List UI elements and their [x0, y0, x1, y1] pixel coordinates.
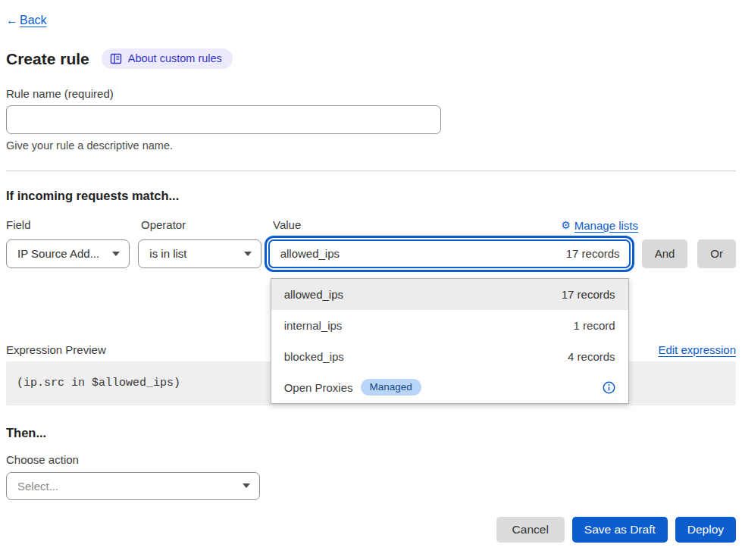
field-label: Field: [6, 218, 141, 232]
value-select-wrap: allowed_ips 17 records allowed_ips 17 re…: [268, 239, 631, 268]
operator-select[interactable]: is in list: [138, 239, 261, 268]
action-select[interactable]: Select...: [6, 472, 260, 500]
list-item-allowed-ips[interactable]: allowed_ips 17 records: [271, 279, 628, 310]
field-select[interactable]: IP Source Add...: [6, 239, 130, 268]
rule-name-help: Give your rule a descriptive name.: [6, 139, 736, 152]
managed-badge: Managed: [361, 379, 421, 396]
chevron-down-icon: [244, 252, 252, 256]
back-arrow-icon: ←: [6, 14, 18, 27]
operator-select-value: is in list: [149, 247, 186, 260]
chevron-down-icon: [112, 252, 120, 256]
back-label: Back: [20, 14, 47, 27]
then-heading: Then...: [6, 426, 736, 440]
operator-label: Operator: [141, 218, 273, 232]
footer-actions: Cancel Save as Draft Deploy: [6, 517, 736, 543]
about-custom-rules-badge[interactable]: About custom rules: [102, 48, 233, 69]
manage-lists-label: Manage lists: [575, 219, 638, 232]
save-as-draft-button[interactable]: Save as Draft: [572, 517, 668, 543]
value-dropdown-panel: allowed_ips 17 records internal_ips 1 re…: [271, 278, 629, 404]
back-row: ←Back: [6, 14, 736, 27]
list-item-name: internal_ips: [284, 319, 343, 332]
list-item-records: 17 records: [562, 288, 615, 301]
rule-name-input[interactable]: [6, 105, 441, 134]
create-rule-page: ←Back Create rule About custom rules Rul…: [0, 0, 742, 560]
match-controls: Field Operator Value ⚙ Manage lists IP S…: [6, 218, 736, 268]
book-icon: [110, 53, 122, 64]
controls-labels: Field Operator Value ⚙ Manage lists: [6, 218, 736, 232]
info-icon[interactable]: [603, 381, 615, 394]
title-row: Create rule About custom rules: [6, 48, 736, 69]
choose-action-label: Choose action: [6, 453, 736, 466]
action-select-placeholder: Select...: [17, 480, 58, 493]
list-item-name: Open Proxies: [284, 381, 353, 394]
value-select-value: allowed_ips: [280, 247, 340, 260]
list-item-records: 1 record: [574, 319, 615, 332]
expression-preview-label: Expression Preview: [6, 343, 106, 356]
list-item-name: allowed_ips: [284, 288, 343, 301]
list-item-name: blocked_ips: [284, 350, 344, 363]
list-item-internal-ips[interactable]: internal_ips 1 record: [271, 310, 628, 341]
match-section-heading: If incoming requests match...: [6, 189, 736, 203]
value-select[interactable]: allowed_ips 17 records: [268, 239, 631, 268]
edit-expression-link[interactable]: Edit expression: [658, 343, 736, 356]
manage-lists-link[interactable]: ⚙ Manage lists: [561, 219, 638, 232]
chevron-down-icon: [243, 483, 250, 488]
value-label: Value: [273, 218, 301, 231]
and-button[interactable]: And: [642, 239, 688, 268]
deploy-button[interactable]: Deploy: [675, 517, 736, 543]
page-title: Create rule: [6, 50, 89, 68]
cancel-button[interactable]: Cancel: [496, 517, 565, 543]
andor-buttons: And Or: [642, 239, 736, 268]
back-link[interactable]: ←Back: [6, 14, 47, 27]
value-select-records: 17 records: [566, 247, 620, 260]
expression-code: (ip.src in $allowed_ips): [17, 377, 180, 389]
rule-name-label: Rule name (required): [6, 87, 736, 100]
list-item-blocked-ips[interactable]: blocked_ips 4 records: [271, 341, 628, 372]
section-divider: [6, 171, 736, 171]
controls-widgets: IP Source Add... is in list allowed_ips …: [6, 239, 736, 268]
or-button[interactable]: Or: [697, 239, 736, 268]
list-item-open-proxies[interactable]: Open Proxies Managed: [271, 372, 628, 403]
list-item-records: 4 records: [568, 350, 615, 363]
about-badge-label: About custom rules: [128, 52, 222, 64]
gear-icon: ⚙: [561, 219, 571, 231]
field-select-value: IP Source Add...: [17, 247, 99, 260]
